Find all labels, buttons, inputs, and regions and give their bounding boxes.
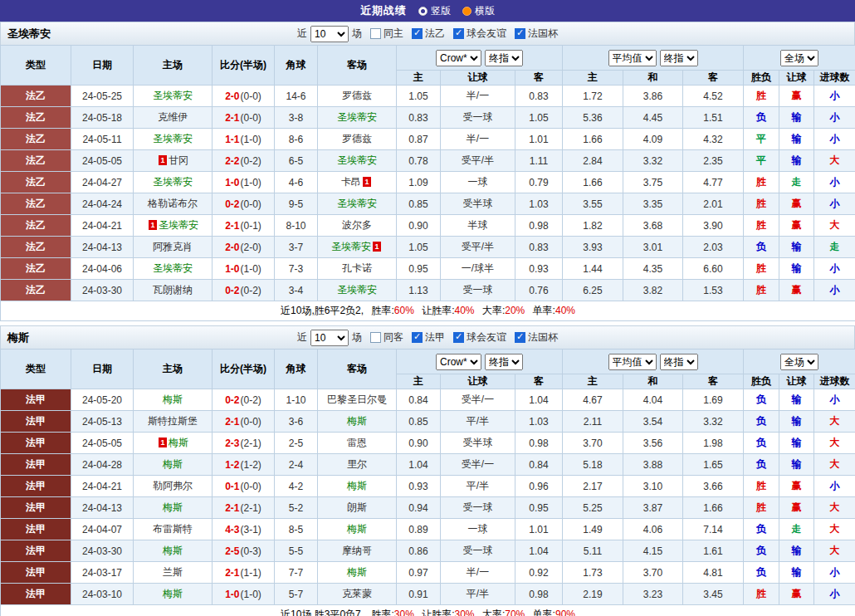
away-team-link[interactable]: 雷恩 [347,437,367,448]
home-team-link[interactable]: 兰斯 [163,566,183,578]
away-team-link[interactable]: 波尔多 [342,219,372,231]
home-team-link[interactable]: 格勒诺布尔 [148,198,198,209]
league-cell[interactable]: 法乙 [1,237,71,258]
league-cell[interactable]: 法乙 [1,258,71,280]
checkbox-icon[interactable] [370,332,381,343]
radio-icon[interactable] [462,7,471,16]
away-team-link[interactable]: 圣埃蒂安 [337,154,377,166]
away-team-link[interactable]: 孔卡诺 [342,262,372,274]
checkbox-icon[interactable] [370,28,381,39]
avg-home-cell: 1.66 [563,129,623,150]
away-team-link[interactable]: 梅斯 [347,415,367,427]
handicap-line-cell: 受半/一 [441,389,515,411]
league-cell[interactable]: 法甲 [1,454,71,476]
away-team-link[interactable]: 梅斯 [347,523,367,535]
league-cell[interactable]: 法乙 [1,280,71,301]
home-team-link[interactable]: 勒阿弗尔 [153,480,193,491]
filter-checkbox-球会友谊[interactable]: 球会友谊 [453,27,506,41]
home-team-link[interactable]: 阿雅克肖 [153,241,193,252]
away-team-link[interactable]: 罗德兹 [342,133,372,144]
layout-option-vertical[interactable]: 竖版 [418,4,451,18]
home-team-link[interactable]: 梅斯 [163,588,183,599]
filter-checkbox-法国杯[interactable]: 法国杯 [515,27,558,41]
league-cell[interactable]: 法乙 [1,172,71,193]
home-team-link[interactable]: 瓦朗谢纳 [153,284,193,296]
fulltime-select[interactable]: 全场 [780,50,818,66]
home-team-link[interactable]: 梅斯 [163,501,183,513]
away-team-link[interactable]: 圣埃蒂安 [337,284,377,296]
away-team-link[interactable]: 圣埃蒂安1 [331,241,383,252]
league-cell[interactable]: 法甲 [1,433,71,454]
average-select[interactable]: 平均值 [608,354,657,370]
handicap-home-cell: 1.04 [397,454,441,476]
away-team-link[interactable]: 克莱蒙 [342,588,372,599]
radio-selected-icon[interactable] [418,7,428,16]
home-team-link[interactable]: 1梅斯 [157,437,188,448]
away-team-link[interactable]: 里尔 [347,458,367,470]
away-team-link[interactable]: 朗斯 [347,501,367,513]
checkbox-icon[interactable] [515,28,525,39]
corner-cell: 1-10 [275,389,318,411]
average-select[interactable]: 平均值 [608,50,657,66]
league-cell[interactable]: 法乙 [1,193,71,215]
home-team-link[interactable]: 斯特拉斯堡 [148,415,198,427]
home-team-link[interactable]: 布雷斯特 [153,523,193,535]
sub-column-header: 主 [563,374,623,389]
checkbox-icon[interactable] [453,28,464,39]
league-cell[interactable]: 法甲 [1,540,71,562]
home-team-link[interactable]: 梅斯 [163,394,183,405]
filter-checkbox-法乙[interactable]: 法乙 [412,27,445,41]
score-cell: 2-5(0-3) [213,540,275,562]
handicap-away-cell: 0.93 [515,258,563,280]
league-cell[interactable]: 法甲 [1,519,71,540]
away-team-link[interactable]: 圣埃蒂安 [337,198,377,209]
league-cell[interactable]: 法乙 [1,86,71,107]
league-cell[interactable]: 法甲 [1,562,71,584]
away-team-link[interactable]: 圣埃蒂安 [337,111,377,123]
league-cell[interactable]: 法甲 [1,389,71,411]
home-team-link[interactable]: 克维伊 [158,111,188,123]
away-team-link[interactable]: 梅斯 [347,480,367,491]
europe-time-select[interactable]: 终指 [660,354,698,370]
checkbox-icon[interactable] [412,28,423,39]
bookmaker-select[interactable]: Crow* [436,50,481,66]
home-team-link[interactable]: 梅斯 [163,458,183,470]
filter-checkbox-法甲[interactable]: 法甲 [412,330,445,345]
home-team-link[interactable]: 圣埃蒂安 [153,133,193,144]
league-cell[interactable]: 法甲 [1,584,71,605]
handicap-time-select[interactable]: 终指 [485,354,523,370]
match-count-select[interactable]: 10 [310,26,349,42]
layout-option-horizontal[interactable]: 横版 [462,4,495,18]
filter-checkbox-法国杯[interactable]: 法国杯 [515,330,558,345]
home-team-link[interactable]: 1甘冈 [157,154,188,166]
home-team-link[interactable]: 圣埃蒂安 [153,176,193,188]
europe-time-select[interactable]: 终指 [660,50,698,66]
away-team-link[interactable]: 摩纳哥 [342,545,372,556]
league-cell[interactable]: 法乙 [1,215,71,237]
league-cell[interactable]: 法乙 [1,107,71,129]
match-count-select[interactable]: 10 [310,330,349,346]
league-cell[interactable]: 法甲 [1,497,71,519]
away-team-link[interactable]: 梅斯 [347,566,367,578]
filter-checkbox-同主[interactable]: 同主 [370,27,403,41]
league-cell[interactable]: 法甲 [1,411,71,433]
away-team-link[interactable]: 卡昂1 [341,176,373,188]
home-team-link[interactable]: 圣埃蒂安 [153,90,193,101]
handicap-time-select[interactable]: 终指 [485,50,523,66]
checkbox-icon[interactable] [453,332,464,343]
filter-checkbox-球会友谊[interactable]: 球会友谊 [453,330,506,345]
league-cell[interactable]: 法乙 [1,129,71,150]
league-cell[interactable]: 法甲 [1,476,71,497]
checkbox-icon[interactable] [412,332,423,343]
home-cell: 兰斯 [134,562,213,584]
home-team-link[interactable]: 圣埃蒂安 [153,262,193,274]
fulltime-select[interactable]: 全场 [780,354,818,370]
home-team-link[interactable]: 1圣埃蒂安 [147,219,198,231]
away-team-link[interactable]: 巴黎圣日尔曼 [327,394,387,405]
away-team-link[interactable]: 罗德兹 [342,90,372,101]
bookmaker-select[interactable]: Crow* [436,354,481,370]
league-cell[interactable]: 法乙 [1,150,71,172]
filter-checkbox-同客[interactable]: 同客 [370,330,403,345]
home-team-link[interactable]: 梅斯 [163,545,183,556]
checkbox-icon[interactable] [515,332,525,343]
